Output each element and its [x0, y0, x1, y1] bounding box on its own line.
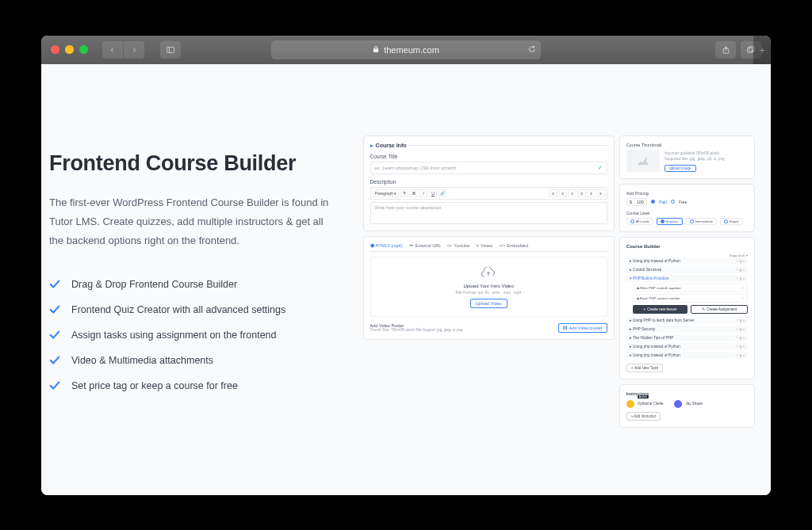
nav-buttons — [102, 41, 144, 59]
align-center-button[interactable]: ≡ — [559, 189, 567, 197]
level-all[interactable]: All Levels — [626, 218, 653, 225]
builder-title: Course Builder — [626, 244, 748, 249]
feature-item: Assign tasks using assignment on the fro… — [49, 330, 339, 341]
align-left-button[interactable]: ≡ — [550, 189, 557, 197]
feature-text: Set price tag or keep a course for free — [71, 380, 238, 391]
course-title-label: Course Title — [370, 154, 607, 159]
minimize-window-button[interactable] — [65, 45, 74, 54]
add-poster-button[interactable]: 🖼 Add Video poster — [558, 323, 607, 333]
close-window-button[interactable] — [51, 45, 59, 54]
create-buttons: + Create new lesson ✎ Create Assignment — [633, 305, 748, 314]
thumbnail-box: Important guideline 700x430 pixels Suppo… — [626, 150, 748, 172]
topic-item[interactable]: ▸ Using PHP to fetch data from Server✎ 🗑… — [626, 317, 748, 324]
svg-point-6 — [645, 158, 647, 160]
lesson-item[interactable]: ◆ Write PHP module appdate✎ — [633, 284, 748, 292]
cloud-upload-icon — [377, 267, 600, 280]
thumbnail-panel: Course Thumbnail Important guideline 700… — [619, 135, 755, 179]
topic-item[interactable]: ▸ Using php instead of Python✎ 🗑 ▾ — [626, 352, 748, 359]
list-button[interactable]: ≡ — [588, 189, 596, 197]
currency-input[interactable]: $ 100 — [626, 198, 647, 206]
topic-item[interactable]: ▸ The Hidden Tips of PHP✎ 🗑 ▾ — [626, 334, 748, 341]
feature-text: Drag & Drop Frontend Course Builder — [71, 279, 237, 290]
topic-item[interactable]: ▸ Using php instead of Python✎ 🗑 ▾ — [626, 257, 748, 265]
instructor-chip[interactable]: Jay Shawn — [674, 400, 703, 408]
address-bar[interactable]: themeum.com — [271, 40, 541, 59]
list-button[interactable]: ≡ — [578, 189, 586, 197]
image-icon: 🖼 — [563, 326, 568, 330]
check-icon — [49, 330, 60, 341]
upload-area[interactable]: Upload Your Intro Video File Format: avi… — [370, 257, 607, 317]
feature-item: Frontend Quiz Creator with all advanced … — [49, 304, 339, 315]
topic-item[interactable]: ▸ Using php instead of Python✎ 🗑 ▾ — [626, 343, 748, 350]
paragraph-dropdown[interactable]: Paragraph ▾ — [373, 189, 399, 197]
upload-image-button[interactable]: Upload Image — [665, 165, 696, 172]
traffic-lights — [51, 45, 88, 54]
sidebar-toggle-button[interactable] — [160, 41, 181, 59]
titlebar: themeum.com + — [41, 36, 771, 64]
author-badge: Author — [638, 395, 649, 398]
level-intermediate[interactable]: Intermediate — [686, 218, 717, 225]
tab-external-url[interactable]: 𐄬External URL — [409, 243, 442, 248]
forward-button[interactable] — [124, 41, 144, 59]
pricing-label: Add Pricing — [626, 191, 748, 196]
feature-item: Video & Multimedia attachments — [49, 355, 339, 366]
paid-radio[interactable] — [651, 200, 655, 204]
maximize-window-button[interactable] — [79, 45, 88, 54]
tab-vimeo[interactable]: VVimeo — [476, 243, 492, 248]
description-label: Description — [370, 179, 607, 185]
tab-html5[interactable]: ⬢HTML5 (mp4) — [370, 243, 403, 248]
instructors-panel: Instructors Ophanne Clarke Author Jay Sh… — [619, 384, 755, 428]
create-assignment-button[interactable]: ✎ Create Assignment — [691, 305, 748, 314]
tab-youtube[interactable]: ▭Youtube — [447, 243, 469, 248]
back-button[interactable] — [102, 41, 123, 59]
add-instructor-button[interactable]: + Add Instructor — [626, 412, 661, 421]
mockup-column-left: ▸Course Info Course Title ex. Learn phot… — [363, 135, 615, 479]
add-topic-button[interactable]: + Add New Topic — [626, 364, 664, 372]
topic-item[interactable]: ▸ Control Structure✎ 🗑 ▾ — [626, 266, 748, 273]
topic-item[interactable]: ▸ PHP Security✎ 🗑 ▾ — [626, 326, 748, 333]
expand-all-link[interactable]: Expand all ▾ — [626, 254, 748, 257]
check-icon: ✓ — [598, 165, 603, 171]
new-tab-button[interactable]: + — [753, 36, 771, 64]
link-button[interactable]: 🔗 — [439, 189, 446, 197]
editor-toolbar: Paragraph ▾ T B I U 🔗 ≡ ≡ ≡ ≡ ≡ — [370, 187, 607, 200]
panel-title: ▸Course Info — [370, 143, 607, 149]
feature-text-section: Frontend Course Builder The first-ever W… — [41, 64, 355, 495]
underline-button[interactable]: U — [429, 189, 437, 197]
lock-icon — [373, 45, 379, 55]
check-icon — [49, 304, 60, 315]
svg-rect-4 — [747, 48, 753, 52]
upload-video-button[interactable]: Upload Video — [470, 299, 508, 308]
create-lesson-button[interactable]: + Create new lesson — [633, 305, 688, 314]
feature-text: Frontend Quiz Creator with all advanced … — [71, 304, 285, 315]
free-radio[interactable] — [671, 200, 675, 204]
align-right-button[interactable]: ≡ — [569, 189, 576, 197]
italic-button[interactable]: B — [410, 189, 418, 197]
link-icon: 𐄬 — [409, 243, 414, 248]
level-expert[interactable]: Expert — [720, 218, 743, 225]
feature-list: Drag & Drop Frontend Course Builder Fron… — [49, 279, 339, 391]
share-button[interactable] — [715, 41, 736, 59]
more-button[interactable]: ≡ — [597, 189, 605, 197]
reload-button[interactable] — [528, 45, 536, 55]
tab-embedded[interactable]: </>Embedded — [499, 243, 528, 248]
course-title-input[interactable]: ex. Learn photoshop CS6 from scratch ✓ — [370, 162, 607, 174]
poster-sub: Thumb Size: 700x430 pixels File Support:… — [370, 328, 463, 332]
course-builder-panel: Course Builder Expand all ▾ ▸ Using php … — [619, 237, 755, 379]
price-row: $ 100 Paid Free — [626, 198, 748, 206]
level-label: Course Level — [626, 211, 748, 215]
check-icon — [49, 279, 60, 290]
mockup-section: ▸Course Info Course Title ex. Learn phot… — [355, 64, 771, 495]
address-text: themeum.com — [384, 45, 439, 55]
description-textarea[interactable]: Write here your course description — [370, 202, 607, 224]
italic-button[interactable]: I — [419, 189, 427, 197]
bold-button[interactable]: T — [400, 189, 408, 197]
browser-window: themeum.com + Frontend Course Builder Th… — [41, 36, 771, 495]
level-beginner[interactable]: Beginner — [657, 218, 683, 225]
instructor-chip[interactable]: Ophanne Clarke Author — [626, 400, 664, 408]
level-row: All Levels Beginner Intermediate Expert — [626, 218, 748, 225]
lesson-item[interactable]: ◆ Basic PHP system module✎ — [633, 294, 748, 303]
html5-icon: ⬢ — [370, 243, 374, 248]
topic-item-expanded[interactable]: ▾ PHP Built-in Function✎ 🗑 ▴ — [626, 275, 748, 282]
page-heading: Frontend Course Builder — [49, 151, 339, 176]
